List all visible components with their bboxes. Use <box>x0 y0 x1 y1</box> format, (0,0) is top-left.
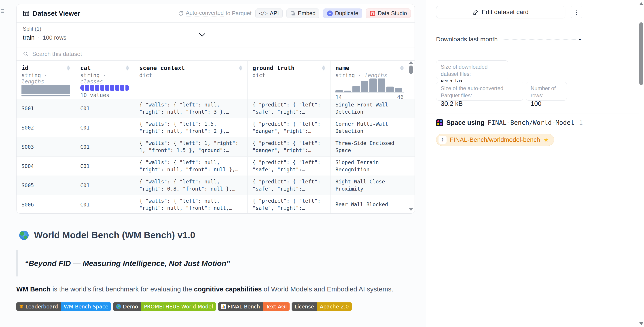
api-button[interactable]: </> API <box>255 8 283 18</box>
table-row[interactable]: S004 C01 { "walls": { "left": null, "rig… <box>16 156 414 176</box>
cell-id[interactable]: S005 <box>16 176 75 195</box>
table-row[interactable]: S006 C01 { "walls": { "left": null, "rig… <box>16 195 414 214</box>
cell-id[interactable]: S001 <box>16 99 75 118</box>
badge-value: Apache 2.0 <box>317 302 352 311</box>
dotted-leader <box>501 39 576 40</box>
column-type: string · lengths <box>22 72 70 85</box>
scroll-down-arrow[interactable] <box>409 208 413 211</box>
cell-scene-context[interactable]: { "walls": { "left": null, "right": null… <box>134 99 247 118</box>
table-header-row: id string · lengths 4 4 <box>16 60 414 99</box>
table-body: S001 C01 { "walls": { "left": null, "rig… <box>16 99 414 214</box>
cell-name[interactable]: Right Wall Close Proximity <box>330 176 408 195</box>
badge-demo[interactable]: Demo PROMETHEUS World Model <box>113 302 216 311</box>
plus-icon: + <box>327 10 333 16</box>
cell-ground-truth[interactable]: { "predict": { "left": "safe", "right": … <box>247 195 330 214</box>
table-row[interactable]: S001 C01 { "walls": { "left": null, "rig… <box>16 99 414 118</box>
table-row[interactable]: S005 C01 { "walls": { "left": null, "rig… <box>16 176 414 195</box>
cell-name[interactable]: Sloped Terrain Recognition <box>330 156 408 176</box>
scroll-down-arrow[interactable] <box>639 322 643 325</box>
badge-label: License <box>294 304 314 310</box>
badge-leaderboard[interactable]: Leaderboard WM Bench Space <box>16 302 111 311</box>
column-type: string · lengths <box>336 72 404 78</box>
badge-license[interactable]: License Apache 2.0 <box>292 302 352 311</box>
cell-ground-truth[interactable]: { "predict": { "left": "danger", "right"… <box>247 118 330 137</box>
scrollbar-thumb[interactable] <box>409 66 413 74</box>
search-input[interactable] <box>32 50 189 58</box>
badge-label: Demo <box>123 304 138 310</box>
cell-id[interactable]: S006 <box>16 195 75 214</box>
cell-scene-context[interactable]: { "walls": { "left": null, "right": 0.8,… <box>134 176 247 195</box>
badge-value: PROMETHEUS World Model <box>141 302 216 311</box>
space-using-repo[interactable]: FINAL-Bench/World-Model <box>488 119 574 126</box>
table-scrollbar[interactable] <box>408 61 414 213</box>
cell-name[interactable]: Three-Side Enclosed Space <box>330 137 408 156</box>
stat-label: Size of the auto-converted Parquet files… <box>441 85 518 99</box>
cell-id[interactable]: S003 <box>16 137 75 156</box>
cell-cat[interactable]: C01 <box>75 176 134 195</box>
search-icon <box>23 51 28 57</box>
embed-button[interactable]: Embed <box>286 8 319 18</box>
sort-icon[interactable] <box>239 66 242 70</box>
sort-icon[interactable] <box>400 66 404 70</box>
menu-icon[interactable] <box>1 9 4 13</box>
kebab-menu-button[interactable]: ⋮ <box>571 6 582 18</box>
cell-id[interactable]: S002 <box>16 118 75 137</box>
auto-converted-link[interactable]: Auto-converted <box>186 10 224 17</box>
split-value: train · 100 rows <box>23 34 210 41</box>
table-row[interactable]: S003 C01 { "walls": { "left": 1, "right"… <box>16 137 414 156</box>
sidebar-divider <box>426 26 644 26</box>
duplicate-button-label: Duplicate <box>335 10 358 16</box>
cell-ground-truth[interactable]: { "predict": { "left": "safe", "right": … <box>247 99 330 118</box>
cell-ground-truth[interactable]: { "predict": { "left": "danger", "right"… <box>247 137 330 156</box>
sort-icon[interactable] <box>322 66 325 70</box>
id-length-histogram: 4 4 <box>22 85 70 99</box>
badge-final-bench[interactable]: FINAL Bench Text AGI <box>218 302 290 311</box>
split-selector[interactable]: Split (1) train · 100 rows <box>16 22 216 47</box>
column-name: cat <box>80 65 91 71</box>
cell-scene-context[interactable]: { "walls": { "left": null, "right": null… <box>134 195 247 214</box>
badge-value: WM Bench Space <box>61 302 111 311</box>
downloads-row: Downloads last month - <box>436 35 581 43</box>
cell-ground-truth[interactable]: { "predict": { "left": "safe", "right": … <box>247 176 330 195</box>
duplicate-button[interactable]: + Duplicate <box>323 8 362 18</box>
space-using-label: Space using <box>446 119 484 126</box>
space-using-header: Space using FINAL-Bench/World-Model 1 <box>436 119 583 126</box>
split-name: train <box>23 34 35 41</box>
downloads-label: Downloads last month <box>436 36 498 43</box>
cell-ground-truth[interactable]: { "predict": { "left": "safe", "right": … <box>247 156 330 176</box>
sort-icon[interactable] <box>126 66 129 70</box>
downloads-value: - <box>579 35 581 43</box>
scrollbar-thumb[interactable] <box>639 22 643 85</box>
scroll-up-arrow[interactable] <box>409 61 413 64</box>
column-header-ground-truth[interactable]: ground_truth dict <box>247 60 330 99</box>
embed-button-label: Embed <box>298 10 316 16</box>
space-link-label: FINAL-Bench/worldmodel-bench <box>450 136 540 143</box>
column-header-id[interactable]: id string · lengths 4 4 <box>16 60 75 99</box>
data-studio-button[interactable]: Data Studio <box>366 8 411 18</box>
cell-cat[interactable]: C01 <box>75 137 134 156</box>
cell-name[interactable]: Rear Wall Blocked <box>330 195 408 214</box>
cell-scene-context[interactable]: { "walls": { "left": 1, "right": 1, "fro… <box>134 137 247 156</box>
table-row[interactable]: S002 C01 { "walls": { "left": 1.5, "righ… <box>16 118 414 137</box>
cell-name[interactable]: Corner Multi-Wall Detection <box>330 118 408 137</box>
cell-scene-context[interactable]: { "walls": { "left": 1.5, "right": null,… <box>134 118 247 137</box>
column-header-scene-context[interactable]: scene_context dict <box>134 60 247 99</box>
space-using-count: 1 <box>580 119 583 126</box>
cell-id[interactable]: S004 <box>16 156 75 176</box>
page-scrollbar[interactable] <box>639 0 644 327</box>
cell-name[interactable]: Single Front Wall Detection <box>330 99 408 118</box>
edit-dataset-card-button[interactable]: Edit dataset card <box>436 6 565 18</box>
column-header-name[interactable]: name string · lengths 14 46 <box>330 60 408 99</box>
pencil-icon <box>473 9 478 15</box>
column-header-cat[interactable]: cat string · classes 10 values <box>75 60 134 99</box>
cell-scene-context[interactable]: { "walls": { "left": null, "right": null… <box>134 156 247 176</box>
sort-icon[interactable] <box>67 66 70 70</box>
auto-converted-note[interactable]: Auto-converted to Parquet <box>178 10 252 17</box>
scroll-up-arrow[interactable] <box>639 2 643 5</box>
cell-cat[interactable]: C01 <box>75 156 134 176</box>
cell-cat[interactable]: C01 <box>75 195 134 214</box>
cell-cat[interactable]: C01 <box>75 99 134 118</box>
space-link[interactable]: FINAL-Bench/worldmodel-bench ★ <box>436 134 554 146</box>
cell-cat[interactable]: C01 <box>75 118 134 137</box>
split-separator: · <box>38 34 40 41</box>
